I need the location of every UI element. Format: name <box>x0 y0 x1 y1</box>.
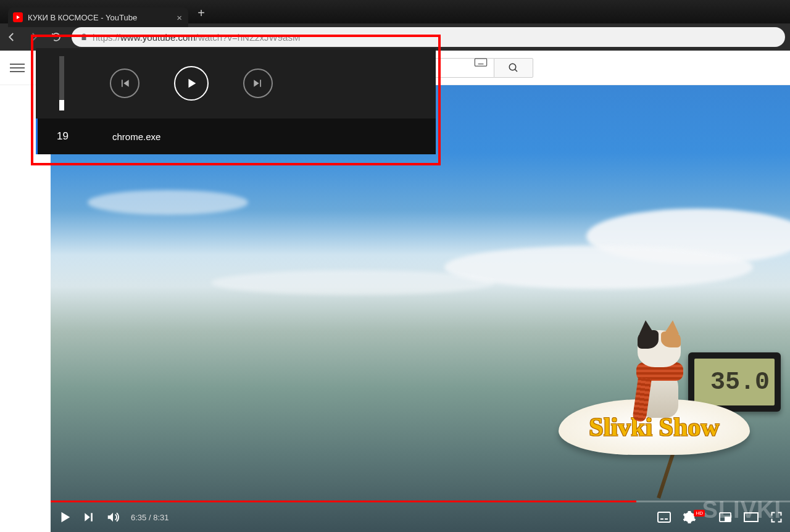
svg-rect-13 <box>744 513 758 522</box>
subtitles-button[interactable] <box>657 511 672 523</box>
hd-badge: HD <box>694 510 705 517</box>
volume-level: 19 <box>38 130 88 143</box>
new-tab-button[interactable]: + <box>192 4 210 22</box>
media-previous-button[interactable] <box>110 69 139 98</box>
svg-rect-8 <box>658 512 670 522</box>
address-bar[interactable]: https://www.youtube.com/watch?v=hNZzxJW9… <box>72 27 785 47</box>
settings-button[interactable]: HD <box>683 510 707 524</box>
browser-tab[interactable]: КУКИ В КОСМОСЕ - YouTube × <box>8 7 188 27</box>
svg-rect-12 <box>725 517 730 521</box>
fullscreen-button[interactable] <box>770 511 783 523</box>
media-next-button[interactable] <box>243 69 273 98</box>
media-play-button[interactable] <box>174 66 209 101</box>
svg-point-6 <box>509 64 516 70</box>
back-button[interactable] <box>5 31 19 43</box>
menu-icon[interactable] <box>10 60 25 75</box>
close-tab-icon[interactable]: × <box>177 12 182 23</box>
url-text: https://www.youtube.com/watch?v=hNZzxJW9… <box>93 32 300 43</box>
svg-rect-0 <box>475 58 486 65</box>
system-media-overlay: 19 chrome.exe <box>36 48 436 154</box>
video-overlay-graphic: 35.0 Slivki Show <box>559 288 775 486</box>
svg-line-7 <box>515 69 517 72</box>
lock-icon <box>80 33 88 41</box>
volume-icon[interactable] <box>106 510 120 524</box>
next-button[interactable] <box>83 511 95 523</box>
forward-button[interactable] <box>27 31 41 43</box>
media-source-app: chrome.exe <box>88 131 160 142</box>
volume-slider[interactable] <box>36 48 88 118</box>
player-controls: 6:35 / 8:31 HD <box>51 502 790 532</box>
play-button[interactable] <box>58 510 72 525</box>
miniplayer-button[interactable] <box>718 512 732 523</box>
reload-button[interactable] <box>49 31 63 43</box>
time-display: 6:35 / 8:31 <box>131 513 168 522</box>
youtube-favicon <box>13 12 23 22</box>
browser-navbar: https://www.youtube.com/watch?v=hNZzxJW9… <box>0 23 790 51</box>
search-button[interactable] <box>494 58 533 78</box>
tab-title: КУКИ В КОСМОСЕ - YouTube <box>28 13 172 22</box>
theater-button[interactable] <box>743 512 759 523</box>
browser-tabstrip: КУКИ В КОСМОСЕ - YouTube × + <box>0 0 790 23</box>
keyboard-icon[interactable] <box>474 58 488 67</box>
